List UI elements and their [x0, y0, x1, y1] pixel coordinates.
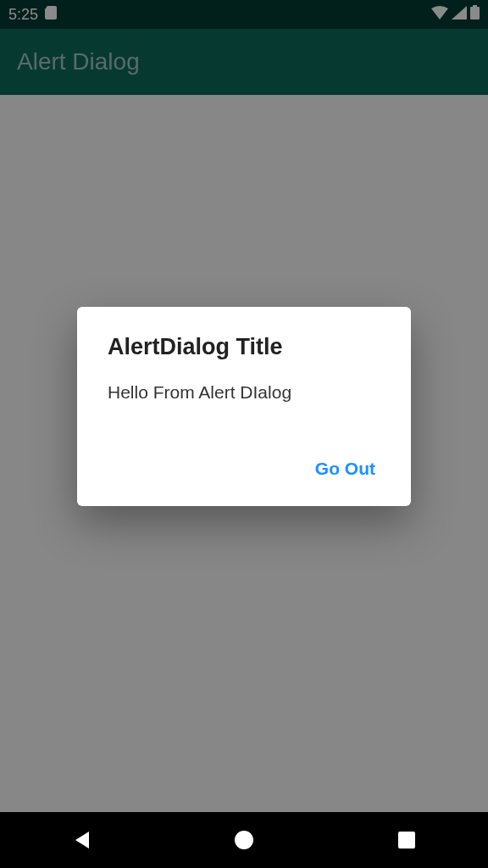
- dialog-actions: Go Out: [108, 455, 380, 482]
- dialog-scrim[interactable]: AlertDialog Title Hello From Alert DIalo…: [0, 0, 488, 812]
- dialog-message: Hello From Alert DIalog: [108, 382, 380, 403]
- svg-rect-3: [398, 832, 415, 849]
- navigation-bar: [0, 812, 488, 868]
- svg-point-2: [235, 831, 253, 849]
- dialog-title: AlertDialog Title: [108, 334, 380, 360]
- nav-back-button[interactable]: [69, 828, 93, 852]
- go-out-button[interactable]: Go Out: [310, 455, 380, 482]
- nav-home-button[interactable]: [232, 828, 256, 852]
- alert-dialog: AlertDialog Title Hello From Alert DIalo…: [77, 307, 411, 506]
- nav-recent-button[interactable]: [395, 828, 419, 852]
